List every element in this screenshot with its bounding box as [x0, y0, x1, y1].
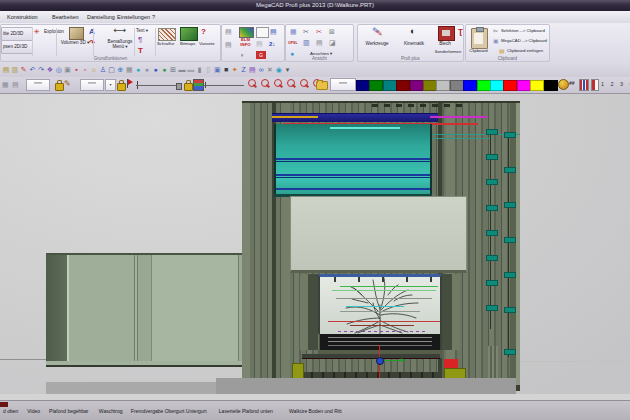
sphere-gray-icon[interactable]: ● [143, 65, 151, 74]
cut-red-icon[interactable]: ✂ [316, 27, 322, 36]
menu-einstellungen[interactable]: Einstellungen [117, 14, 150, 20]
view-number-button[interactable]: 2 [611, 81, 614, 87]
g-red-icon[interactable]: G [256, 51, 266, 59]
view-box-icon[interactable]: ▢ [108, 65, 116, 74]
scale-slider[interactable] [204, 85, 244, 86]
slider-knob-1[interactable] [176, 83, 182, 90]
light-icon[interactable]: ☼ [90, 65, 98, 74]
material-globe-icon[interactable] [558, 79, 569, 90]
color-swatch[interactable] [436, 80, 450, 91]
globe-small-icon[interactable]: ⊕ [116, 65, 124, 74]
viewport[interactable] [0, 93, 630, 401]
clipboard-einfuegen-item[interactable]: Clipboard einfügen [507, 49, 543, 54]
bitmaps-button[interactable]: Bitmaps [180, 42, 196, 47]
grid-icon[interactable]: ▦ [2, 80, 9, 89]
menu-bearbeiten[interactable]: Bearbeiten [52, 14, 79, 20]
render-icon[interactable]: ◉ [275, 65, 283, 74]
style-icon[interactable]: ❖ [46, 65, 54, 74]
doc-icon[interactable]: ▤ [225, 27, 232, 36]
zoom-button-2[interactable] [261, 79, 269, 87]
zoom-icon[interactable]: ◎ [55, 65, 63, 74]
binocular-icon[interactable]: ∞ [257, 65, 265, 74]
linewidth-slider[interactable] [136, 85, 178, 86]
schraffur-button[interactable]: Schraffur [157, 42, 174, 47]
clipboard-button[interactable]: Clipboard [466, 49, 491, 54]
prism-icon[interactable]: ▣ [213, 65, 221, 74]
sheet-tab[interactable]: Plafond begehbar [49, 408, 88, 414]
doc3-icon[interactable]: ▤ [256, 39, 263, 48]
sheet-tab[interactable]: Laserteile Plafond unten [219, 408, 273, 414]
color-swatch[interactable] [396, 80, 410, 91]
fill-icon[interactable] [591, 79, 599, 91]
sheet-tab[interactable]: Fremdvergabe Obergurt Untergurt [131, 408, 207, 414]
tool-orange-icon[interactable]: ✦ [231, 65, 239, 74]
point-red-icon[interactable]: ▪ [72, 65, 80, 74]
layer-combo[interactable]: **** [26, 79, 50, 91]
menu-help[interactable]: ? [152, 14, 155, 20]
schnitte-button[interactable]: itte 2D/3D [1, 27, 33, 41]
cylinder-icon[interactable]: ▮ [196, 65, 204, 74]
erase-icon[interactable]: ✕ [266, 65, 274, 74]
figure-icon[interactable]: ♙ [99, 65, 107, 74]
view-front-icon[interactable]: ▦ [290, 27, 297, 36]
lock-icon-3[interactable] [184, 83, 193, 91]
view-number-button[interactable]: 1 [601, 81, 604, 87]
color-swatch[interactable] [517, 80, 531, 91]
volumen-button[interactable]: Volumen 3D ▾ [59, 40, 91, 45]
color-swatch[interactable] [530, 80, 544, 91]
color-swatch[interactable] [383, 80, 397, 91]
view-blue-icon[interactable]: ▥ [303, 38, 310, 47]
folder-icon[interactable] [316, 81, 328, 90]
zoom-button-3[interactable] [274, 79, 282, 87]
disc-icon[interactable]: ◗ [240, 50, 244, 59]
color-combo[interactable]: **** [330, 78, 356, 91]
pen-icon[interactable]: ✎ [64, 79, 71, 88]
mini-combo[interactable]: ▾ [105, 79, 116, 91]
zoom-button-4[interactable] [287, 79, 295, 87]
library-icon[interactable]: ▤ [248, 65, 256, 74]
zoom-button-5[interactable] [300, 79, 308, 87]
megacad-clipboard-item[interactable]: MegaCAD --> Clipboard [501, 39, 547, 44]
color-swatch[interactable] [356, 80, 370, 91]
color-swatch[interactable] [423, 80, 437, 91]
linetype-combo[interactable]: **** [80, 79, 104, 91]
variante-button[interactable]: Variante [199, 42, 215, 47]
page-icon[interactable]: ▤ [12, 80, 19, 89]
slab2-icon[interactable]: ▬ [187, 65, 195, 74]
flag-icon[interactable] [127, 79, 128, 88]
sphere-green-icon[interactable]: ● [160, 65, 168, 74]
sheet-tab[interactable]: d oben [3, 408, 18, 414]
kinematik-button[interactable]: Kinematik [398, 41, 430, 46]
explosion-button[interactable]: Explosion [44, 29, 64, 34]
lock-icon-2[interactable] [117, 83, 126, 91]
sheet-tab[interactable]: Walküre Boden und Ritt [289, 408, 342, 414]
color-swatch[interactable] [369, 80, 383, 91]
view-gray-icon[interactable]: ▤ [316, 38, 323, 47]
color-swatch[interactable] [410, 80, 424, 91]
redo-icon[interactable]: ↷ [37, 65, 45, 74]
elm-info-button[interactable]: ELM INFO [237, 38, 254, 48]
zoom-button-1[interactable] [248, 79, 256, 87]
klapsen-button[interactable]: psen 2D/3D [1, 40, 33, 54]
undo-icon[interactable]: ↶ [28, 65, 36, 74]
sphere-cyan-icon[interactable]: ● [134, 65, 142, 74]
zorder-icon[interactable]: Z [240, 65, 248, 74]
lock-icon-1[interactable] [55, 83, 64, 91]
color-swatch[interactable] [477, 80, 491, 91]
doc-blue-icon[interactable]: ▤ [270, 27, 277, 36]
color-swatch[interactable] [490, 80, 504, 91]
more-icon[interactable]: ▾ [284, 65, 292, 74]
shade-icon[interactable]: ⊞ [169, 65, 177, 74]
perspective-icon[interactable]: ◪ [329, 38, 336, 47]
menu-konstruktion[interactable]: Konstruktion [7, 14, 38, 20]
white-box-icon[interactable] [256, 27, 269, 38]
sheet-tab[interactable]: Waschtrog [99, 408, 123, 414]
color-swatch[interactable] [503, 80, 517, 91]
sheet2-icon[interactable]: ▥ [11, 65, 19, 74]
mesh-icon[interactable]: ▦ [125, 65, 133, 74]
bemassung-button[interactable]: Bemaßungs Menü ▾ [103, 39, 137, 50]
slab-icon[interactable]: ▬ [178, 65, 186, 74]
cut-view-icon[interactable]: ✂ [303, 27, 309, 36]
sonderformen-button[interactable]: Sonderformen [428, 50, 468, 55]
point-red2-icon[interactable]: ▫ [81, 65, 89, 74]
